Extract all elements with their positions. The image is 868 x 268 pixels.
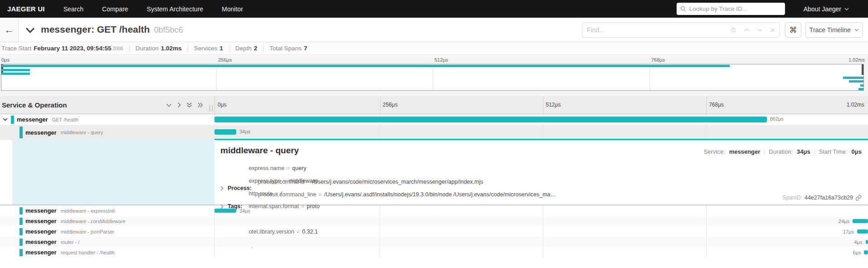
search-icon [680,6,686,12]
collapse-all-double-chevron-down-icon[interactable] [186,102,192,108]
operation-name: middleware - query [61,130,103,135]
start-time-value: 0μs [852,148,862,155]
axis-tick: 512μs [546,102,561,108]
duration-label: Duration [136,45,159,52]
span-duration-bar[interactable] [853,219,868,223]
duration-label: Duration: [769,148,793,155]
span-duration-bar[interactable] [215,117,767,122]
span-duration-label: 17μs [843,229,854,234]
span-row-middleware-query-selected[interactable]: messenger middleware - query 34μs [0,125,868,140]
chevron-down-icon [844,8,849,10]
minimap-tick: 512μs [434,57,448,63]
trace-summary-bar: Trace Start February 11 2023, 09:54:55.0… [0,42,868,55]
span-duration-label: 862μs [770,116,784,122]
operation-name: middleware - expressInit [61,208,115,214]
depth-label: Depth [235,45,252,52]
span-bar-cell[interactable]: 34μs [215,125,868,140]
nav-item-search[interactable]: Search [63,5,83,13]
expand-all-double-chevron-right-icon[interactable] [198,102,203,108]
operation-name: GET /health [52,117,79,122]
expand-one-chevron-right-icon[interactable] [177,102,181,108]
collapse-one-chevron-down-icon[interactable] [166,103,172,107]
total-spans-label: Total Spans [269,45,302,52]
span-row-router[interactable]: messenger router - / 4μs [0,237,868,247]
find-placeholder: Find... [587,26,730,34]
span-row-middleware-jsonparser[interactable]: messenger middleware - jsonParser 17μs [0,226,868,237]
service-name: messenger [25,129,57,136]
minimap-axis: 0μs 256μs 512μs 768μs 1.02ms [0,57,868,64]
span-bar-cell[interactable]: 6μs [215,247,868,258]
service-color-block [20,249,23,256]
minimap-right-scrubber-handle[interactable] [862,64,863,75]
find-clear-icon[interactable] [770,28,775,33]
service-name: messenger [25,249,57,256]
span-bar-cell[interactable]: 4μs [215,237,868,247]
copy-link-icon[interactable] [855,195,862,201]
trace-view-selector[interactable]: Trace Timeline [805,22,863,38]
span-detail-name-highlight [12,140,215,205]
find-input[interactable]: Find... [582,22,780,38]
service-color-block [20,239,23,246]
span-rows: messenger GET /health 862μs messenger mi… [0,114,868,268]
span-bar-cell[interactable]: 24μs [215,216,868,226]
back-arrow-icon: ← [5,24,14,35]
minimap-tick: 768μs [651,57,665,63]
trace-lookup-input[interactable]: Lookup by Trace ID... [677,3,785,15]
nav-item-monitor[interactable]: Monitor [222,5,243,13]
span-duration-label: 4μs [854,239,863,245]
find-next-chevron-down-icon[interactable] [757,28,763,32]
operation-name: router - / [61,239,80,245]
axis-tick: 768μs [709,102,724,108]
span-duration-bar[interactable] [866,240,868,244]
back-button[interactable]: ← [0,18,19,42]
services-label: Services [194,45,218,52]
service-color-block [20,228,23,235]
service-color-block [20,207,23,214]
crosshair-icon[interactable] [730,27,736,33]
axis-tick: 256μs [383,102,398,108]
span-duration-bar[interactable] [215,129,236,135]
span-bar-cell[interactable]: 17μs [215,226,868,237]
span-bar-cell[interactable]: 34μs [215,205,868,216]
about-jaeger-menu[interactable]: About Jaeger [785,5,854,13]
span-duration-bar[interactable] [857,229,868,234]
app-logo[interactable]: JAEGER UI [7,5,45,13]
service-label: Service: [704,148,725,155]
minimap-tick: 0μs [1,57,10,63]
operation-name: middleware - jsonParser [61,229,115,234]
column-resize-grip[interactable] [210,105,213,111]
span-row-request-handler[interactable]: messenger request handler - /health 6μs [0,247,868,258]
row-collapse-chevron-down-icon[interactable] [3,118,8,121]
keyboard-shortcuts-button[interactable]: ⌘ [785,22,801,38]
find-prev-chevron-up-icon[interactable] [744,28,750,32]
span-duration-bar[interactable] [864,250,868,254]
duration-value: 34μs [797,148,810,155]
minimap-span-bar [858,88,863,90]
process-label: Process: [228,185,252,191]
service-color-block [20,218,23,225]
process-row[interactable]: Process: process.command=/Users/j.evans/… [220,179,556,198]
span-duration-label: 24μs [839,219,849,224]
collapse-trace-chevron-down-icon[interactable] [25,27,35,33]
top-nav: JAEGER UI Search Compare System Architec… [0,0,868,18]
nav-item-system-architecture[interactable]: System Architecture [147,5,204,13]
span-detail-meta: Service:messenger Duration:34μs Start Ti… [704,148,862,155]
nav-item-compare[interactable]: Compare [102,5,128,13]
chevron-down-icon [854,29,859,31]
span-id-value: 44e27fa16a73cb29 [805,195,853,201]
span-duration-label: 34μs [239,129,250,134]
duration-value: 1.02ms [161,45,182,52]
span-duration-bar[interactable] [215,209,236,213]
span-row-middleware-corsmiddleware[interactable]: messenger middleware - corsMiddleware 24… [0,216,868,226]
minimap-span-bar [1,69,30,71]
axis-tick: 1.02ms [847,102,864,108]
process-list: process.command=/Users/j.evans/code/micr… [258,179,556,198]
span-bar-cell[interactable]: 862μs [215,114,868,125]
minimap-canvas[interactable] [1,64,864,91]
span-row-get-health[interactable]: messenger GET /health 862μs [0,114,868,125]
span-duration-label: 6μs [853,250,861,255]
span-row-middleware-expressinit[interactable]: messenger middleware - expressInit 34μs [0,205,868,216]
operation-name: middleware - corsMiddleware [61,219,126,224]
minimap-tick: 256μs [218,57,232,63]
expand-process-chevron-right-icon[interactable] [220,186,224,191]
